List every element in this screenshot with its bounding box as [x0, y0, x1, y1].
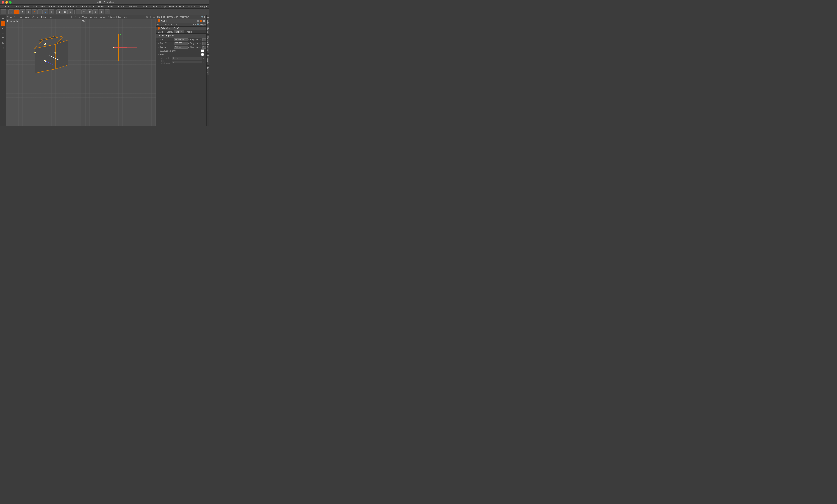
keyframe-tool[interactable]: ◈: [68, 10, 73, 14]
props-size-z-input[interactable]: [174, 46, 188, 49]
object-mode[interactable]: ⬡: [76, 10, 81, 14]
sidebar-select-icon[interactable]: ↗: [1, 26, 5, 31]
poly-mode[interactable]: ✏: [82, 10, 87, 14]
close-button[interactable]: [2, 1, 4, 3]
props-size-x-input[interactable]: [174, 38, 188, 41]
side-tab-contentbrowser[interactable]: Content Browser: [207, 35, 209, 54]
obj-edit[interactable]: Edit: [161, 16, 165, 18]
tab-coord[interactable]: Coord.: [165, 30, 174, 33]
minimize-button[interactable]: [5, 1, 8, 3]
undo-button[interactable]: ↩: [1, 10, 6, 14]
menu-script[interactable]: Script: [159, 5, 167, 8]
vp-top-panel[interactable]: Panel: [122, 16, 129, 18]
props-nav-back[interactable]: ◀: [193, 23, 194, 26]
vp-persp-options[interactable]: Options: [32, 16, 40, 18]
obj-file[interactable]: File: [157, 16, 160, 18]
snap-mode[interactable]: ⊞: [93, 10, 98, 14]
vp-persp-icon2[interactable]: ⊙: [74, 16, 77, 18]
obj-bookmarks[interactable]: Bookmarks: [179, 16, 189, 18]
sidebar-move-icon[interactable]: ✛: [1, 21, 5, 25]
move-tool[interactable]: ✛: [14, 10, 20, 14]
vp-top-cameras[interactable]: Cameras: [88, 16, 98, 18]
vp-persp-panel[interactable]: Panel: [47, 16, 54, 18]
vp-persp-view[interactable]: View: [6, 16, 13, 18]
transform-y[interactable]: Y: [37, 10, 43, 14]
vp-top-options[interactable]: Options: [107, 16, 115, 18]
props-size-x-arrow[interactable]: ▸: [188, 38, 189, 41]
menu-render[interactable]: Render: [78, 5, 88, 8]
select-tool[interactable]: ↖: [8, 10, 14, 14]
menu-create[interactable]: Create: [13, 5, 23, 8]
menu-mesh[interactable]: Mesh: [39, 5, 47, 8]
rotate-tool[interactable]: ↻: [20, 10, 25, 14]
tab-phong[interactable]: Phong: [184, 30, 193, 33]
menu-punch[interactable]: Punch: [47, 5, 56, 8]
props-userdata[interactable]: User Data: [167, 23, 177, 26]
paint-mode[interactable]: ⊕: [87, 10, 92, 14]
menu-plugins[interactable]: Plugins: [149, 5, 159, 8]
menu-animate[interactable]: Animate: [56, 5, 67, 8]
props-icon3[interactable]: ⚙: [200, 23, 202, 26]
layout-selector[interactable]: Startup ▾: [197, 5, 209, 8]
menu-character[interactable]: Character: [126, 5, 139, 8]
transform-z[interactable]: Z: [43, 10, 49, 14]
vp-persp-cameras[interactable]: Cameras: [13, 16, 23, 18]
menu-help[interactable]: Help: [178, 5, 185, 8]
scale-tool[interactable]: ⊞: [26, 10, 31, 14]
vp-top-icon3[interactable]: □: [153, 16, 156, 18]
obj-objects[interactable]: Objects: [165, 16, 173, 18]
sidebar-layers-icon[interactable]: ≡: [1, 31, 5, 35]
menu-tools[interactable]: Tools: [31, 5, 39, 8]
render-mode[interactable]: ⊕: [99, 10, 104, 14]
props-mode[interactable]: Mode: [157, 23, 162, 26]
menu-file[interactable]: File: [1, 5, 7, 8]
props-separate-surfaces-check[interactable]: [201, 50, 204, 52]
props-size-y-arrow[interactable]: ▸: [188, 42, 189, 44]
vp-persp-icon1[interactable]: ⊞: [70, 16, 73, 18]
props-icon1[interactable]: ▲: [195, 23, 197, 26]
menu-mograph[interactable]: MoGraph: [114, 5, 126, 8]
window-controls[interactable]: [2, 1, 12, 3]
obj-tags[interactable]: Tags: [173, 16, 178, 18]
animation-tool[interactable]: ▶▶: [56, 10, 62, 14]
record-tool[interactable]: ⊡: [62, 10, 68, 14]
light-mode[interactable]: ☀: [105, 10, 110, 14]
props-size-z-arrow[interactable]: ▸: [188, 46, 189, 48]
tab-object[interactable]: Object: [174, 30, 184, 33]
vp-persp-icon3[interactable]: □: [77, 16, 80, 18]
vp-top-icon2[interactable]: ⊙: [149, 16, 152, 18]
props-edit[interactable]: Edit: [163, 23, 166, 26]
sidebar-undo-icon[interactable]: ↩: [1, 16, 5, 21]
side-tab-notes[interactable]: Notes: [207, 26, 209, 35]
vp-persp-filter[interactable]: Filter: [40, 16, 47, 18]
sidebar-cube-icon[interactable]: ⬡: [1, 36, 5, 40]
obj-gear-icon[interactable]: ⚙: [204, 16, 206, 18]
props-icon2[interactable]: 🔍: [197, 23, 199, 26]
obj-search-icon[interactable]: 🔍: [201, 16, 203, 18]
menu-sculpt[interactable]: Sculpt: [88, 5, 97, 8]
vp-top-display[interactable]: Display: [98, 16, 107, 18]
props-icon5[interactable]: □: [204, 23, 206, 26]
transform-x[interactable]: ✕: [32, 10, 37, 14]
transform-all[interactable]: □: [49, 10, 54, 14]
menu-simulate[interactable]: Simulate: [67, 5, 78, 8]
viewport-top[interactable]: View Cameras Display Options Filter Pane…: [81, 15, 156, 126]
tab-basic[interactable]: Basic: [156, 30, 165, 33]
side-tab-objects[interactable]: Objects: [207, 15, 209, 26]
menu-select[interactable]: Select: [23, 5, 32, 8]
vp-top-icon1[interactable]: ⊞: [145, 16, 148, 18]
vp-top-view[interactable]: View: [82, 16, 88, 18]
props-fillet-radius-input[interactable]: [172, 57, 202, 60]
props-fillet-check[interactable]: [201, 53, 204, 56]
maximize-button[interactable]: [9, 1, 12, 3]
menu-edit[interactable]: Edit: [7, 5, 13, 8]
props-icon4[interactable]: ⊞: [202, 23, 204, 26]
cube-object-row[interactable]: Cube: [156, 19, 207, 23]
props-fillet-sub-input[interactable]: [172, 60, 202, 64]
menu-pipeline[interactable]: Pipeline: [139, 5, 149, 8]
menu-window[interactable]: Window: [167, 5, 178, 8]
side-tab-layers[interactable]: Layers: [207, 66, 209, 75]
props-size-y-input[interactable]: [174, 42, 188, 45]
sidebar-cam-icon[interactable]: ⬡: [1, 46, 5, 50]
vp-persp-display[interactable]: Display: [23, 16, 31, 18]
